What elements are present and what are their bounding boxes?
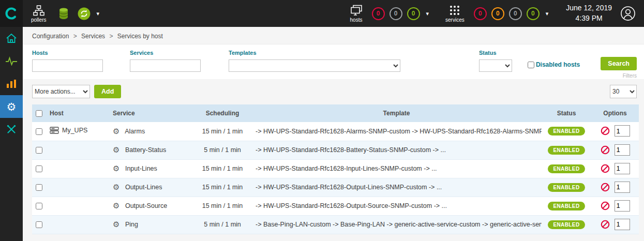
filter-services: Services xyxy=(130,50,201,72)
templates-select[interactable] xyxy=(229,59,400,72)
sidebar-item-configuration[interactable]: ⚙ xyxy=(0,95,23,118)
sidebar-item-home[interactable] xyxy=(0,27,23,50)
platform-chevron-down-icon[interactable]: ▾ xyxy=(96,10,99,17)
hosts-icon xyxy=(350,4,363,17)
status-counter[interactable]: 0 xyxy=(390,7,402,20)
more-actions-select[interactable]: More actions... xyxy=(32,85,90,98)
page-size-select[interactable]: 30 xyxy=(610,85,637,98)
row-checkbox[interactable] xyxy=(36,147,42,154)
status-badge: ENABLED xyxy=(548,127,585,135)
table-row: ⚙ Battery-Status 5 min / 1 min -> HW-UPS… xyxy=(32,141,639,159)
main-area: ⚙ Configuration > Services > Services by… xyxy=(0,27,644,241)
select-all-checkbox[interactable] xyxy=(36,110,42,117)
row-checkbox[interactable] xyxy=(36,165,42,172)
options-input[interactable] xyxy=(615,144,630,156)
status-counter[interactable]: 0 xyxy=(527,7,540,20)
status-counter[interactable]: 0 xyxy=(491,7,504,20)
breadcrumb-services-by-host[interactable]: Services by host xyxy=(117,33,163,40)
status-select[interactable] xyxy=(479,59,512,72)
time-text: 4:39 PM xyxy=(566,13,612,24)
disable-icon[interactable] xyxy=(601,145,610,155)
sidebar-item-administration[interactable] xyxy=(0,118,23,141)
scheduling-cell: 15 min / 1 min xyxy=(193,159,251,178)
options-input[interactable] xyxy=(615,163,630,174)
centreon-logo[interactable] xyxy=(0,0,23,27)
disable-icon[interactable] xyxy=(601,183,610,192)
hosts-filter-input[interactable] xyxy=(32,59,103,72)
search-button[interactable]: Search xyxy=(601,57,637,70)
options-input[interactable] xyxy=(615,200,630,212)
service-link[interactable]: Ping xyxy=(125,221,138,228)
sidebar-item-reporting[interactable] xyxy=(0,72,23,95)
header-scheduling[interactable]: Scheduling xyxy=(193,104,251,122)
bar-chart-icon xyxy=(6,79,17,88)
user-menu[interactable] xyxy=(620,6,636,21)
template-cell: -> HW-UPS-Standard-Rfc1628-Battery-Statu… xyxy=(251,141,542,159)
options-input[interactable] xyxy=(615,219,630,230)
database-status[interactable] xyxy=(58,7,69,20)
sidebar-item-monitoring[interactable] xyxy=(0,50,23,72)
header-host[interactable]: Host xyxy=(46,104,109,122)
services-chevron-down-icon[interactable]: ▾ xyxy=(546,10,549,17)
hosts-menu[interactable]: hosts xyxy=(350,4,363,23)
templates-filter-label: Templates xyxy=(229,50,400,56)
template-cell: -> HW-UPS-Standard-Rfc1628-Output-Source… xyxy=(251,197,542,215)
status-badge: ENABLED xyxy=(548,183,585,192)
status-counter[interactable]: 0 xyxy=(509,7,522,20)
service-link[interactable]: Battery-Status xyxy=(125,146,166,154)
row-checkbox[interactable] xyxy=(36,184,42,191)
breadcrumb-services[interactable]: Services xyxy=(81,33,105,40)
refresh-status-icon xyxy=(77,7,91,20)
service-gear-icon: ⚙ xyxy=(113,164,119,173)
template-cell: -> Base-Ping-LAN-custom -> Base-Ping-LAN… xyxy=(251,215,542,234)
service-link[interactable]: Output-Lines xyxy=(125,184,162,191)
status-badge: ENABLED xyxy=(548,202,585,210)
scheduling-cell: 15 min / 1 min xyxy=(193,178,251,197)
service-gear-icon: ⚙ xyxy=(113,127,119,135)
clock: June 12, 2019 4:39 PM xyxy=(566,3,612,23)
hosts-label: hosts xyxy=(350,18,363,23)
hosts-filter-label: Hosts xyxy=(32,50,103,56)
options-input[interactable] xyxy=(615,125,630,137)
disable-icon[interactable] xyxy=(601,220,610,229)
header-status[interactable]: Status xyxy=(542,104,591,122)
row-checkbox[interactable] xyxy=(36,221,42,228)
disable-icon[interactable] xyxy=(601,164,610,173)
service-gear-icon: ⚙ xyxy=(113,201,119,210)
scheduling-cell: 15 min / 1 min xyxy=(193,197,251,215)
service-gear-icon: ⚙ xyxy=(113,183,119,191)
filter-status: Status xyxy=(479,50,512,72)
add-button[interactable]: Add xyxy=(94,85,121,98)
service-link[interactable]: Alarms xyxy=(125,128,145,135)
breadcrumb-configuration[interactable]: Configuration xyxy=(32,33,69,40)
disable-icon[interactable] xyxy=(601,201,610,210)
disabled-hosts-checkbox[interactable] xyxy=(528,62,534,68)
hosts-chevron-down-icon[interactable]: ▾ xyxy=(426,10,429,17)
row-checkbox[interactable] xyxy=(36,203,42,209)
sidebar: ⚙ xyxy=(0,27,23,241)
filter-panel: Hosts Services Templates Status Disabled… xyxy=(23,44,644,79)
platform-status[interactable] xyxy=(77,7,91,20)
template-cell: -> HW-UPS-Standard-Rfc1628-Input-Lines-S… xyxy=(251,159,542,178)
host-name: My_UPS xyxy=(62,127,87,134)
status-counter[interactable]: 0 xyxy=(407,7,420,20)
table-row: ⚙ Output-Source 15 min / 1 min -> HW-UPS… xyxy=(32,197,639,215)
disable-icon[interactable] xyxy=(601,126,610,135)
services-filter-input[interactable] xyxy=(130,59,201,72)
status-counter[interactable]: 0 xyxy=(474,7,487,20)
pollers-label: pollers xyxy=(31,18,46,23)
pollers-menu[interactable]: pollers xyxy=(31,4,46,23)
header-template[interactable]: Template xyxy=(251,104,542,122)
services-menu[interactable]: services xyxy=(445,4,465,23)
status-badge: ENABLED xyxy=(548,164,585,173)
status-counter[interactable]: 0 xyxy=(372,7,385,20)
database-icon xyxy=(58,7,69,20)
header-service[interactable]: Service xyxy=(109,104,193,122)
service-link[interactable]: Output-Source xyxy=(125,202,167,209)
content: Configuration > Services > Services by h… xyxy=(23,27,644,241)
filters-caption[interactable]: Filters xyxy=(623,73,637,79)
options-input[interactable] xyxy=(615,182,630,193)
services-table: Host Service Scheduling Template Status … xyxy=(32,104,639,234)
service-link[interactable]: Input-Lines xyxy=(125,165,157,172)
row-checkbox[interactable] xyxy=(36,128,42,135)
